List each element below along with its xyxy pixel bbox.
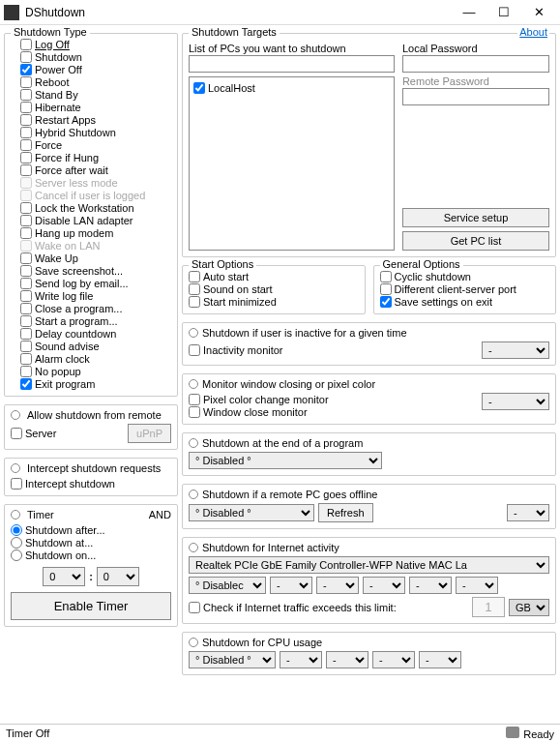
cpu-mode-select[interactable]: ° Disabled ° [189, 651, 276, 668]
pc-listbox[interactable]: LocalHost [189, 76, 395, 251]
end-program-group: Shutdown at the end of a program ° Disab… [182, 432, 556, 476]
timer-and-label: AND [149, 509, 171, 520]
shutdown-type-5[interactable]: Hibernate [20, 101, 171, 113]
statusbar: Timer Off Ready [0, 724, 560, 741]
internet-group: Shutdown for Internet activity Realtek P… [182, 537, 556, 624]
traffic-unit-select[interactable]: GB [509, 599, 549, 616]
pc-list-input[interactable] [189, 55, 395, 73]
port-checkbox[interactable]: Different client-server port [380, 282, 550, 295]
adapter-select[interactable]: Realtek PCIe GbE Family Controller-WFP N… [189, 556, 549, 574]
server-checkbox[interactable]: Server [11, 428, 56, 440]
local-pwd-input[interactable] [402, 55, 549, 73]
shutdown-type-26[interactable]: No popup [20, 365, 171, 377]
app-icon [4, 5, 19, 20]
timer-at-radio[interactable]: Shutdown at... [11, 536, 171, 549]
shutdown-type-1[interactable]: Shutdown [20, 50, 171, 63]
auto-start-checkbox[interactable]: Auto start [189, 270, 359, 282]
upnp-button[interactable]: uPnP [128, 424, 171, 443]
service-setup-button[interactable]: Service setup [402, 208, 549, 227]
shutdown-type-0[interactable]: Log Off [20, 38, 171, 50]
shutdown-type-19[interactable]: Send log by email... [20, 277, 171, 289]
inactive-select[interactable]: - [482, 341, 549, 359]
localhost-checkbox[interactable]: LocalHost [193, 81, 390, 94]
timer-colon: : [89, 571, 93, 582]
timer-title: Timer [24, 509, 57, 520]
remote-pc-title: Shutdown if a remote PC goes offline [202, 489, 377, 500]
shutdown-type-title: Shutdown Type [11, 26, 90, 38]
shutdown-type-11: Server less mode [20, 176, 171, 189]
get-pc-list-button[interactable]: Get PC list [402, 231, 549, 251]
pc-list-label: List of PCs you want to shutdown [189, 42, 395, 55]
shutdown-type-22[interactable]: Start a program... [20, 314, 171, 327]
remote-pc-select[interactable]: ° Disabled ° [189, 504, 314, 521]
remote-pc-dash-select[interactable]: - [507, 504, 549, 521]
shutdown-type-3[interactable]: Reboot [20, 75, 171, 88]
internet-mode-select[interactable]: ° Disablec [189, 577, 266, 594]
save-exit-checkbox[interactable]: Save settings on exit [380, 295, 550, 308]
traffic-limit-input[interactable] [472, 597, 505, 617]
shutdown-type-2[interactable]: Power Off [20, 63, 171, 75]
allow-remote-title: Allow shutdown from remote [24, 409, 164, 421]
cpu-s3-select[interactable]: - [326, 651, 368, 668]
general-options-title: General Options [380, 258, 463, 270]
local-pwd-label: Local Password [402, 42, 549, 55]
shutdown-type-24[interactable]: Sound advise [20, 340, 171, 352]
internet-s3-select[interactable]: - [316, 577, 359, 594]
shutdown-type-9[interactable]: Force if Hung [20, 151, 171, 163]
shutdown-type-8[interactable]: Force [20, 138, 171, 151]
traffic-limit-checkbox[interactable]: Check if Internet traffic exceeds this l… [189, 601, 397, 613]
inactivity-checkbox[interactable]: Inactivity monitor [189, 344, 283, 357]
timer-on-radio[interactable]: Shutdown on... [11, 549, 171, 561]
ready-icon [506, 727, 519, 738]
shutdown-type-25[interactable]: Alarm clock [20, 352, 171, 365]
radio-icon [11, 510, 20, 519]
timer-mins-select[interactable]: 0 [97, 567, 139, 586]
shutdown-type-14[interactable]: Disable LAN adapter [20, 214, 171, 226]
shutdown-type-17[interactable]: Wake Up [20, 252, 171, 264]
shutdown-type-27[interactable]: Exit program [20, 377, 171, 390]
allow-remote-group: Allow shutdown from remote Server uPnP [4, 404, 178, 450]
cpu-group: Shutdown for CPU usage ° Disabled ° - - … [182, 632, 556, 675]
shutdown-type-7[interactable]: Hybrid Shutdown [20, 126, 171, 138]
cyclic-checkbox[interactable]: Cyclic shutdown [380, 270, 550, 282]
radio-icon [189, 438, 198, 448]
shutdown-type-23[interactable]: Delay countdown [20, 327, 171, 340]
shutdown-type-13[interactable]: Lock the Workstation [20, 201, 171, 214]
pixel-select[interactable]: - [482, 393, 549, 410]
window-close-checkbox[interactable]: Window close monitor [189, 405, 329, 418]
pixel-title: Monitor window closing or pixel color [202, 378, 375, 390]
internet-s4-select[interactable]: - [363, 577, 405, 594]
minimize-button[interactable]: — [452, 1, 486, 24]
end-program-select[interactable]: ° Disabled ° [189, 452, 382, 469]
radio-icon [189, 490, 198, 499]
shutdown-type-4[interactable]: Stand By [20, 88, 171, 101]
shutdown-type-10[interactable]: Force after wait [20, 163, 171, 176]
shutdown-type-18[interactable]: Save screenshot... [20, 264, 171, 277]
status-right: Ready [523, 728, 554, 740]
shutdown-type-15[interactable]: Hang up modem [20, 226, 171, 239]
close-button[interactable]: ✕ [521, 1, 556, 24]
start-min-checkbox[interactable]: Start minimized [189, 295, 359, 308]
shutdown-type-21[interactable]: Close a program... [20, 302, 171, 314]
cpu-s2-select[interactable]: - [280, 651, 322, 668]
refresh-button[interactable]: Refresh [318, 503, 373, 522]
timer-hours-select[interactable]: 0 [43, 567, 85, 586]
cpu-s5-select[interactable]: - [419, 651, 461, 668]
titlebar: DShutdown — ☐ ✕ [0, 0, 560, 25]
maximize-button[interactable]: ☐ [486, 1, 521, 24]
sound-start-checkbox[interactable]: Sound on start [189, 282, 359, 295]
internet-s2-select[interactable]: - [270, 577, 312, 594]
remote-pwd-input[interactable] [402, 88, 549, 105]
shutdown-type-20[interactable]: Write log file [20, 289, 171, 302]
timer-after-radio[interactable]: Shutdown after... [11, 523, 171, 536]
pixel-group: Monitor window closing or pixel color Pi… [182, 373, 556, 425]
internet-s6-select[interactable]: - [456, 577, 498, 594]
cpu-s4-select[interactable]: - [372, 651, 415, 668]
pixel-color-checkbox[interactable]: Pixel color change monitor [189, 393, 329, 405]
status-left: Timer Off [6, 727, 49, 739]
shutdown-type-6[interactable]: Restart Apps [20, 113, 171, 126]
enable-timer-button[interactable]: Enable Timer [11, 592, 171, 620]
about-link[interactable]: About [517, 26, 549, 38]
internet-s5-select[interactable]: - [409, 577, 452, 594]
intercept-checkbox[interactable]: Intercept shutdown [11, 477, 171, 490]
